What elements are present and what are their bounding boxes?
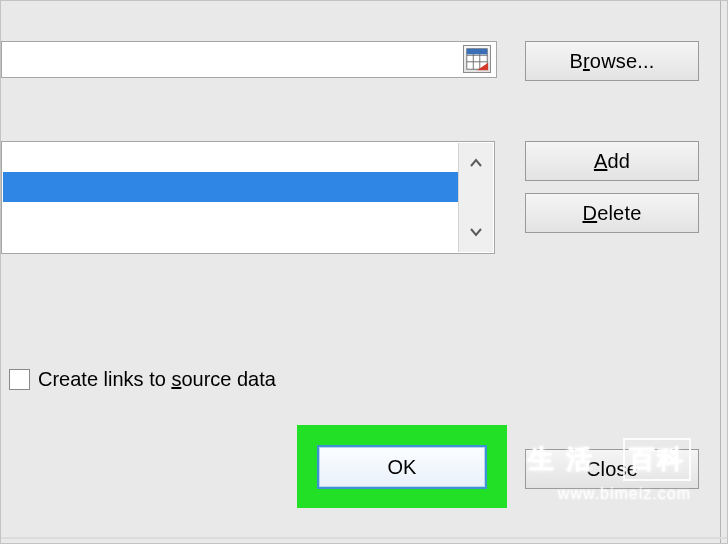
add-label-post: dd — [607, 150, 630, 172]
close-button[interactable]: Close — [525, 449, 699, 489]
delete-label-post: elete — [597, 202, 641, 224]
listbox-items — [2, 142, 494, 253]
list-item[interactable] — [3, 172, 459, 202]
create-links-row: Create links to source data — [9, 368, 276, 391]
scroll-down-button[interactable] — [459, 212, 493, 252]
chevron-down-icon — [468, 224, 484, 240]
references-listbox[interactable] — [1, 141, 495, 254]
delete-label-u: D — [582, 202, 597, 224]
ok-button[interactable]: OK — [319, 447, 485, 487]
add-label-u: A — [594, 150, 608, 172]
browse-label-post: owse... — [590, 50, 655, 72]
browse-label-u: r — [583, 50, 590, 72]
svg-rect-5 — [467, 49, 487, 55]
browse-label-pre: B — [569, 50, 583, 72]
create-links-label-pre: Create links to — [38, 368, 171, 390]
create-links-label-post: ource data — [181, 368, 276, 390]
reference-input[interactable] — [1, 41, 497, 78]
create-links-label-u: s — [171, 368, 181, 390]
scroll-up-button[interactable] — [459, 143, 493, 183]
window-right-edge — [720, 1, 727, 543]
spreadsheet-icon — [464, 46, 490, 72]
create-links-label: Create links to source data — [38, 368, 276, 391]
create-links-checkbox[interactable] — [9, 369, 30, 390]
add-button[interactable]: Add — [525, 141, 699, 181]
delete-button[interactable]: Delete — [525, 193, 699, 233]
scrollbar[interactable] — [458, 143, 493, 252]
chevron-up-icon — [468, 155, 484, 171]
dialog-window: Browse... Add Delete Create links to sou… — [0, 0, 728, 544]
window-bottom-edge — [1, 537, 727, 539]
browse-button[interactable]: Browse... — [525, 41, 699, 81]
range-picker-button[interactable] — [463, 45, 491, 73]
